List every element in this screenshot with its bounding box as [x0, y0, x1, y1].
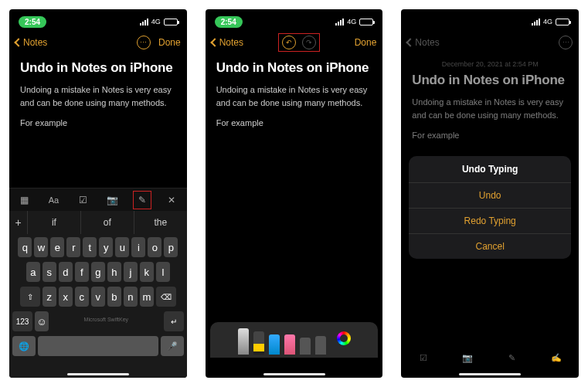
prediction-bar: + if of the	[9, 211, 187, 234]
pen-tool[interactable]	[238, 328, 249, 355]
more-icon: ⋯	[559, 36, 573, 49]
checklist-icon[interactable]: ☑	[74, 191, 93, 209]
home-indicator[interactable]	[459, 373, 521, 375]
key-b[interactable]: b	[107, 287, 121, 307]
keyboard-bottom: 🌐 🎤	[12, 336, 184, 356]
note-content: December 20, 2021 at 2:54 PM Undo in Not…	[401, 54, 579, 146]
emoji-key[interactable]: ☺	[35, 311, 49, 331]
back-button: Notes	[407, 37, 439, 48]
redo-button[interactable]: Redo Typing	[409, 209, 571, 234]
network-label: 4G	[151, 18, 161, 25]
more-icon[interactable]: ⋯	[137, 36, 151, 49]
key-s[interactable]: s	[42, 262, 56, 282]
status-time[interactable]: 2:54	[215, 16, 243, 28]
key-k[interactable]: k	[140, 262, 154, 282]
color-picker-icon[interactable]	[337, 331, 351, 345]
table-icon[interactable]: ▦	[15, 191, 33, 209]
expand-predictions-icon[interactable]: +	[9, 211, 28, 234]
key-m[interactable]: m	[140, 287, 154, 307]
key-w[interactable]: w	[34, 237, 48, 257]
lasso-tool[interactable]	[300, 338, 311, 355]
key-p[interactable]: p	[164, 237, 178, 257]
done-button[interactable]: Done	[158, 37, 181, 48]
key-j[interactable]: j	[124, 262, 138, 282]
nav-bar: Notes ↶ ↷ Done	[206, 31, 383, 54]
return-key[interactable]: ↵	[164, 311, 184, 331]
marker-tool[interactable]	[253, 331, 264, 355]
key-row-3: ⇧ zxcvbnm ⌫	[12, 287, 184, 307]
signal-icon	[335, 19, 344, 25]
undo-redo-group-highlight: ↶ ↷	[278, 33, 320, 52]
backspace-key[interactable]: ⌫	[156, 287, 176, 307]
text-style-icon[interactable]: Aa	[44, 191, 63, 209]
home-indicator[interactable]	[67, 373, 129, 375]
key-t[interactable]: t	[83, 237, 97, 257]
eraser-tool[interactable]	[284, 334, 295, 355]
key-x[interactable]: x	[59, 287, 73, 307]
note-body: Undoing a mistake in Notes is very easy …	[216, 83, 372, 109]
key-row-4: 123 ☺ Microsoft SwiftKey ↵	[12, 311, 184, 331]
note-content[interactable]: Undo in Notes on iPhone Undoing a mistak…	[9, 54, 187, 134]
prediction-1[interactable]: if	[28, 211, 81, 234]
close-toolbar-icon[interactable]: ✕	[162, 191, 181, 209]
back-button[interactable]: Notes	[15, 37, 47, 48]
pencil-tool[interactable]	[269, 334, 280, 355]
key-z[interactable]: z	[42, 287, 56, 307]
signal-icon	[140, 19, 148, 25]
screenshot-1: 2:54 4G Notes ⋯ Done Undo in Notes on iP…	[9, 9, 187, 378]
chevron-left-icon	[14, 38, 22, 46]
chevron-left-icon	[210, 38, 219, 46]
signal-icon	[532, 19, 540, 25]
prediction-3[interactable]: the	[134, 211, 187, 234]
key-q[interactable]: q	[18, 237, 32, 257]
key-y[interactable]: y	[99, 237, 113, 257]
key-a[interactable]: a	[26, 262, 40, 282]
checklist-icon: ☑	[415, 349, 432, 366]
number-key[interactable]: 123	[12, 311, 32, 331]
key-d[interactable]: d	[59, 262, 73, 282]
key-l[interactable]: l	[156, 262, 170, 282]
markup-icon[interactable]: ✎	[133, 191, 151, 209]
key-f[interactable]: f	[75, 262, 89, 282]
screenshot-3: 4G Notes ⋯ December 20, 2021 at 2:54 PM …	[401, 9, 579, 378]
note-title: Undo in Notes on iPhone	[216, 60, 372, 76]
key-r[interactable]: r	[66, 237, 80, 257]
key-g[interactable]: g	[91, 262, 105, 282]
undo-icon[interactable]: ↶	[282, 36, 296, 49]
done-button[interactable]: Done	[355, 37, 377, 48]
back-label: Notes	[219, 37, 243, 48]
key-c[interactable]: c	[75, 287, 89, 307]
screenshot-2: 2:54 4G Notes ↶ ↷ Done Undo in Notes on …	[206, 9, 383, 378]
key-row-1: qwertyuiop	[12, 237, 184, 257]
markup-icon: ✎	[504, 349, 521, 366]
key-i[interactable]: i	[131, 237, 145, 257]
key-e[interactable]: e	[50, 237, 64, 257]
status-right: 4G	[335, 18, 373, 25]
key-h[interactable]: h	[107, 262, 121, 282]
keyboard-branding: Microsoft SwiftKey	[51, 317, 161, 322]
camera-icon[interactable]: 📷	[104, 191, 122, 209]
key-n[interactable]: n	[124, 287, 138, 307]
redo-icon[interactable]: ↷	[302, 36, 316, 49]
back-label: Notes	[23, 37, 47, 48]
network-label: 4G	[543, 18, 552, 25]
note-body-2: For example	[20, 118, 176, 127]
status-bar: 2:54 4G	[206, 9, 383, 31]
key-v[interactable]: v	[91, 287, 105, 307]
key-u[interactable]: u	[115, 237, 129, 257]
note-content[interactable]: Undo in Notes on iPhone Undoing a mistak…	[206, 54, 383, 134]
back-button[interactable]: Notes	[212, 37, 243, 48]
shift-key[interactable]: ⇧	[20, 287, 40, 307]
status-time[interactable]: 2:54	[19, 16, 46, 28]
key-o[interactable]: o	[148, 237, 161, 257]
space-key[interactable]	[38, 336, 158, 356]
prediction-2[interactable]: of	[81, 211, 134, 234]
cancel-button[interactable]: Cancel	[409, 234, 571, 259]
ruler-tool[interactable]	[315, 336, 326, 355]
note-title: Undo in Notes on iPhone	[20, 60, 176, 76]
undo-button[interactable]: Undo	[409, 183, 571, 209]
home-indicator[interactable]	[263, 373, 325, 375]
sheet-title: Undo Typing	[409, 156, 571, 183]
globe-icon[interactable]: 🌐	[12, 336, 36, 356]
mic-icon[interactable]: 🎤	[161, 336, 184, 356]
